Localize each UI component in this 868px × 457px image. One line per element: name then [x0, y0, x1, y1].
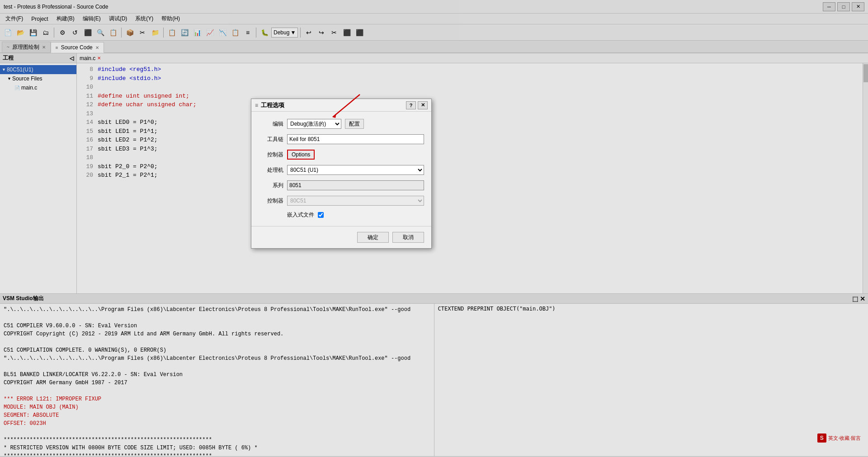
modal-controls: ? ✕: [406, 101, 428, 109]
modal-controller2-select: 80C51: [287, 196, 424, 206]
modal-editor-label: 编辑: [259, 120, 283, 128]
modal-processor-label: 处理机: [259, 166, 283, 174]
modal-row-controller: 控制器 Options: [259, 150, 424, 160]
modal-icon: ≡: [255, 102, 258, 108]
modal-content: 编辑 Debug(激活的) Release 配置 工具链 控制器 Options…: [251, 112, 431, 226]
modal-confirm-button[interactable]: 确定: [357, 232, 389, 243]
modal-row-controller2: 控制器 80C51: [259, 196, 424, 206]
modal-row-processor: 处理机 80C51 (U1): [259, 165, 424, 175]
modal-title-left: ≡ 工程选项: [255, 101, 284, 109]
modal-close-button[interactable]: ✕: [418, 101, 428, 109]
modal-title-text: 工程选项: [261, 101, 284, 109]
modal-title-bar: ≡ 工程选项 ? ✕: [251, 99, 431, 112]
modal-controller2-label: 控制器: [259, 197, 283, 205]
modal-row-series: 系列: [259, 180, 424, 190]
modal-row-embedded: 嵌入式文件: [259, 211, 424, 219]
modal-configure-button[interactable]: 配置: [345, 119, 364, 129]
modal-controller-label: 控制器: [259, 151, 283, 159]
modal-series-label: 系列: [259, 182, 283, 189]
modal-overlay: ≡ 工程选项 ? ✕ 编辑 Debug(激活的) Release 配置 工具链: [0, 0, 868, 457]
modal-editor-select[interactable]: Debug(激活的) Release: [287, 119, 341, 129]
project-options-dialog: ≡ 工程选项 ? ✕ 编辑 Debug(激活的) Release 配置 工具链: [251, 99, 432, 249]
modal-embedded-label: 嵌入式文件: [287, 211, 314, 219]
modal-processor-select[interactable]: 80C51 (U1): [287, 165, 424, 175]
modal-row-toolchain: 工具链: [259, 134, 424, 144]
modal-row-editor: 编辑 Debug(激活的) Release 配置: [259, 119, 424, 129]
modal-help-button[interactable]: ?: [406, 101, 416, 109]
modal-toolchain-input[interactable]: [287, 134, 424, 144]
modal-toolchain-label: 工具链: [259, 136, 283, 143]
modal-embedded-checkbox[interactable]: [318, 212, 324, 218]
modal-footer: 确定 取消: [251, 226, 431, 248]
modal-options-button[interactable]: Options: [287, 150, 315, 160]
modal-series-input: [287, 180, 424, 190]
modal-cancel-button[interactable]: 取消: [392, 232, 424, 243]
